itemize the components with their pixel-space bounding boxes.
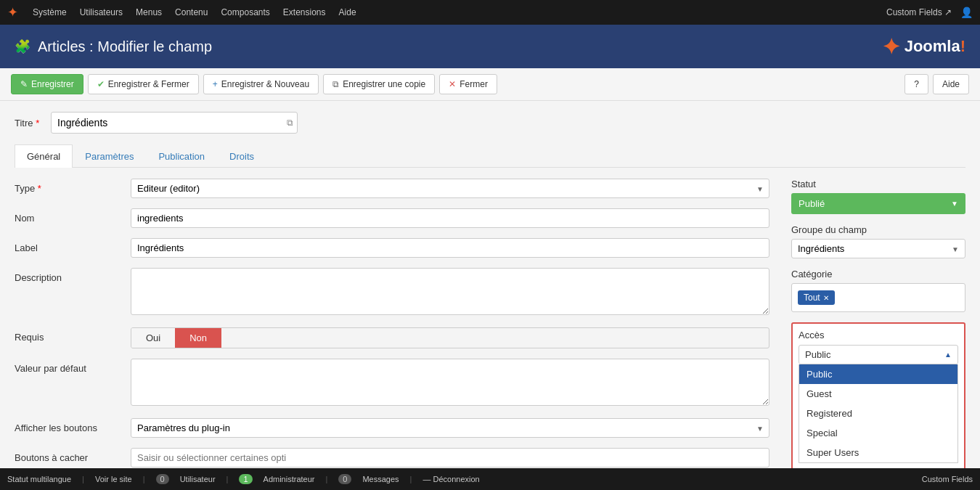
dropdown-item-guest[interactable]: Guest xyxy=(799,384,957,404)
acces-arrow-icon: ▲ xyxy=(944,351,952,359)
label-input[interactable] xyxy=(131,238,769,258)
requis-toggle: Oui Non xyxy=(131,327,769,348)
nav-extensions[interactable]: Extensions xyxy=(283,7,326,17)
title-input-wrapper: ⧉ xyxy=(51,112,298,134)
title-label: Titre * xyxy=(15,118,44,128)
label-field xyxy=(131,238,769,258)
description-input[interactable] xyxy=(131,268,769,315)
requis-non-button[interactable]: Non xyxy=(175,328,221,348)
sep5: | xyxy=(410,475,412,483)
dropdown-item-public[interactable]: Public xyxy=(799,364,957,384)
close-label: Fermer xyxy=(460,79,488,89)
nav-composants[interactable]: Composants xyxy=(221,7,269,17)
type-label: Type * xyxy=(15,179,131,194)
type-select-wrapper: Editeur (editor) ▼ xyxy=(131,179,769,198)
statut-button[interactable]: Publié ▼ xyxy=(791,193,965,214)
valeur-label: Valeur par défaut xyxy=(15,359,131,374)
save-button[interactable]: ✎ Enregistrer xyxy=(11,74,83,94)
acces-select-box[interactable]: Public ▲ xyxy=(799,345,958,364)
copy-icon: ⧉ xyxy=(332,79,339,89)
acces-label: Accès xyxy=(799,330,958,340)
nav-systeme[interactable]: Système xyxy=(33,7,67,17)
afficher-select-wrapper: Paramètres du plug-in ▼ xyxy=(131,418,769,438)
joomla-brand-text: Joomla! xyxy=(905,37,965,56)
dropdown-item-registered[interactable]: Registered xyxy=(799,404,957,423)
help-button[interactable]: ? xyxy=(905,74,928,94)
categorie-box[interactable]: Tout ✕ xyxy=(791,283,965,312)
afficher-select[interactable]: Paramètres du plug-in xyxy=(131,418,769,438)
close-button[interactable]: ✕ Fermer xyxy=(439,74,497,94)
admin-label: Administrateur xyxy=(264,475,315,483)
nav-menus[interactable]: Menus xyxy=(136,7,162,17)
tab-publication[interactable]: Publication xyxy=(146,144,217,168)
joomla-brand: ✦ Joomla! xyxy=(882,34,965,60)
check-icon: ✔ xyxy=(97,79,105,89)
save-new-button[interactable]: + Enregistrer & Nouveau xyxy=(203,74,319,94)
statut-label: Statut xyxy=(791,179,965,189)
custom-fields-link[interactable]: Custom Fields ↗ xyxy=(886,7,952,17)
user-icon[interactable]: 👤 xyxy=(960,7,973,18)
valeur-row: Valeur par défaut xyxy=(15,359,769,408)
categorie-tag-text: Tout xyxy=(804,293,820,303)
groupe-select-wrapper: Ingrédients ▼ xyxy=(791,239,965,258)
nom-row: Nom xyxy=(15,208,769,228)
description-field xyxy=(131,268,769,317)
page-title-group: 🧩 Articles : Modifier le champ xyxy=(15,38,212,55)
tab-parametres[interactable]: Paramètres xyxy=(73,144,146,168)
admin-badge: 1 xyxy=(239,474,252,484)
nav-utilisateurs[interactable]: Utilisateurs xyxy=(80,7,123,17)
requis-label: Requis xyxy=(15,327,131,343)
boutons-label: Boutons à cacher xyxy=(15,448,131,463)
save-label: Enregistrer xyxy=(31,79,74,89)
description-label: Description xyxy=(15,268,131,283)
groupe-label: Groupe du champ xyxy=(791,224,965,235)
dropdown-item-superusers[interactable]: Super Users xyxy=(799,443,957,462)
form-right: Statut Publié ▼ Groupe du champ Ingrédie… xyxy=(791,179,965,478)
save-copy-label: Enregistrer une copie xyxy=(343,79,425,89)
voir-site-link[interactable]: Voir le site xyxy=(95,475,132,483)
requis-oui-button[interactable]: Oui xyxy=(131,328,175,348)
aide-button[interactable]: Aide xyxy=(933,74,969,94)
page-title: Articles : Modifier le champ xyxy=(38,38,212,55)
nav-contenu[interactable]: Contenu xyxy=(175,7,208,17)
nom-label: Nom xyxy=(15,208,131,224)
toolbar-left: ✎ Enregistrer ✔ Enregistrer & Fermer + E… xyxy=(11,74,497,94)
save-copy-button[interactable]: ⧉ Enregistrer une copie xyxy=(323,74,435,94)
nom-input[interactable] xyxy=(131,208,769,228)
statut-arrow-icon: ▼ xyxy=(951,200,958,208)
tab-general[interactable]: Général xyxy=(15,144,73,168)
groupe-select[interactable]: Ingrédients xyxy=(792,240,965,258)
dropdown-item-special[interactable]: Special xyxy=(799,423,957,443)
question-icon: ? xyxy=(914,79,919,89)
tab-droits[interactable]: Droits xyxy=(217,144,266,168)
boutons-row: Boutons à cacher xyxy=(15,448,769,467)
joomla-star-icon: ✦ xyxy=(7,4,18,20)
title-row: Titre * ⧉ xyxy=(15,112,965,134)
boutons-field xyxy=(131,448,769,467)
deconnexion-link[interactable]: — Déconnexion xyxy=(422,475,479,483)
title-input[interactable] xyxy=(51,112,298,134)
save-close-button[interactable]: ✔ Enregistrer & Fermer xyxy=(88,74,199,94)
utilisateur-badge: 0 xyxy=(156,474,169,484)
statut-multilangue-link[interactable]: Statut multilangue xyxy=(7,475,71,483)
save-close-label: Enregistrer & Fermer xyxy=(108,79,189,89)
categorie-remove-icon[interactable]: ✕ xyxy=(823,294,829,302)
save-new-label: Enregistrer & Nouveau xyxy=(221,79,309,89)
nav-aide[interactable]: Aide xyxy=(339,7,356,17)
type-row: Type * Editeur (editor) ▼ xyxy=(15,179,769,198)
messages-badge: 0 xyxy=(338,474,351,484)
plus-icon: + xyxy=(213,79,218,89)
title-required: * xyxy=(36,118,39,128)
valeur-field xyxy=(131,359,769,408)
categorie-tag: Tout ✕ xyxy=(798,290,835,305)
boutons-input[interactable] xyxy=(131,448,769,467)
nav-right: Custom Fields ↗ 👤 xyxy=(886,7,973,18)
form-left: Type * Editeur (editor) ▼ Nom xyxy=(15,179,769,478)
description-row: Description xyxy=(15,268,769,317)
groupe-section: Groupe du champ Ingrédients ▼ xyxy=(791,224,965,258)
top-nav: ✦ Système Utilisateurs Menus Contenu Com… xyxy=(0,0,980,25)
toolbar: ✎ Enregistrer ✔ Enregistrer & Fermer + E… xyxy=(0,68,980,101)
header-bar: 🧩 Articles : Modifier le champ ✦ Joomla! xyxy=(0,25,980,68)
type-select[interactable]: Editeur (editor) xyxy=(131,179,769,198)
valeur-input[interactable] xyxy=(131,359,769,406)
